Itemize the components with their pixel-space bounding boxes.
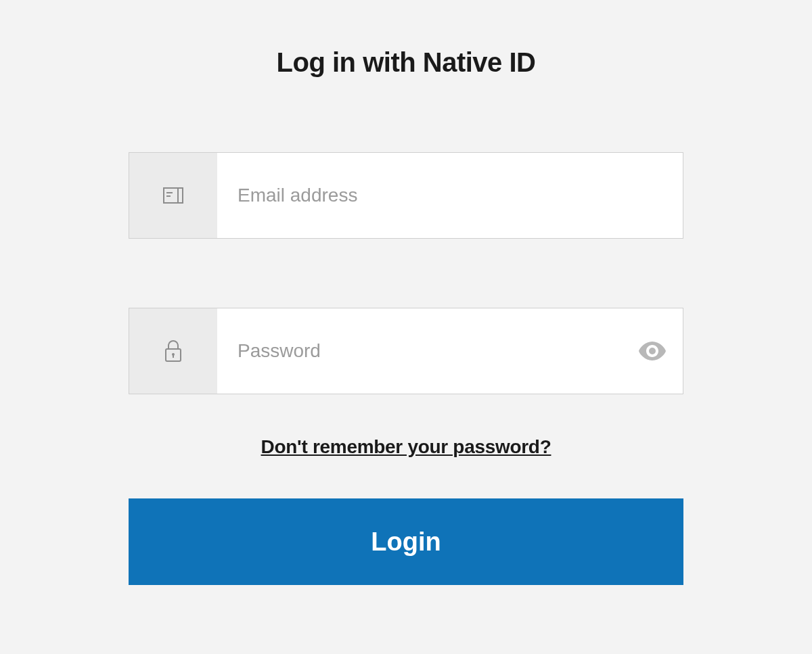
lock-icon — [164, 340, 182, 363]
page-title: Log in with Native ID — [277, 47, 536, 78]
email-input-group — [129, 152, 683, 239]
eye-icon — [639, 342, 666, 360]
email-field[interactable] — [217, 153, 683, 238]
svg-point-7 — [649, 348, 656, 354]
login-button[interactable]: Login — [129, 498, 683, 585]
password-icon-box — [129, 308, 217, 394]
login-form: Don't remember your password? Login — [129, 152, 683, 585]
forgot-password-link[interactable]: Don't remember your password? — [129, 436, 683, 458]
toggle-password-visibility[interactable] — [622, 308, 683, 394]
email-icon-box — [129, 153, 217, 238]
password-input-group — [129, 308, 683, 394]
password-field[interactable] — [217, 308, 622, 394]
email-icon — [163, 187, 183, 204]
